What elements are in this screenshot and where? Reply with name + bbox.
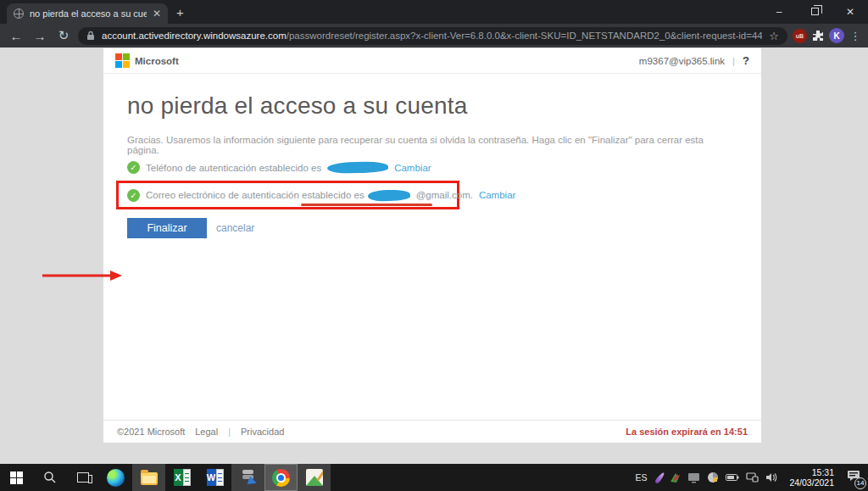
address-bar[interactable]: account.activedirectory.windowsazure.com… — [78, 27, 787, 45]
change-phone-link[interactable]: Cambiar — [394, 163, 431, 173]
chrome-icon — [272, 469, 290, 487]
action-center-button[interactable]: 14 — [847, 470, 861, 486]
footer-separator: | — [228, 427, 231, 437]
copyright-text: ©2021 Microsoft — [117, 427, 185, 437]
privacy-link[interactable]: Privacidad — [241, 427, 284, 437]
window-controls: – ✕ — [761, 0, 868, 24]
taskbar-word[interactable]: W — [198, 464, 231, 491]
browser-toolbar: ← → ↻ account.activedirectory.windowsazu… — [0, 24, 868, 47]
speaker-tray-icon[interactable] — [765, 472, 778, 483]
url-domain: account.activedirectory.windowsazure.com — [102, 31, 287, 41]
taskbar-sql-app[interactable] — [231, 464, 264, 491]
restore-button[interactable] — [797, 6, 832, 18]
browser-tab[interactable]: no pierda el acceso a su cuenta ✕ — [7, 3, 168, 24]
taskbar-photo-app[interactable] — [298, 464, 331, 491]
header-separator: | — [732, 56, 735, 66]
battery-tray-icon[interactable] — [726, 473, 739, 482]
page-title: no pierda el acceso a su cuenta — [127, 92, 468, 120]
restore-icon — [811, 8, 819, 15]
task-view-button[interactable] — [66, 464, 99, 491]
email-status-text: Correo electrónico de autenticación esta… — [146, 190, 364, 200]
card-header: Microsoft m9367@vip365.link | ? — [103, 48, 761, 74]
search-button[interactable] — [33, 464, 66, 491]
file-explorer-icon — [141, 472, 158, 485]
server-app-icon — [241, 470, 256, 485]
intro-text: Gracias. Usaremos la información siguien… — [127, 135, 721, 155]
red-annotation-box: ✓ Correo electrónico de autenticación es… — [116, 181, 459, 209]
url-path: /passwordreset/register.aspx?x-client-Ve… — [287, 31, 763, 41]
search-icon — [43, 471, 57, 484]
finish-button[interactable]: Finalizar — [127, 218, 207, 238]
pen-tray-icon[interactable] — [654, 471, 665, 484]
tab-title: no pierda el acceso a su cuenta — [30, 8, 147, 19]
excel-icon: X — [174, 469, 191, 486]
ublock-extension-icon[interactable]: uB — [793, 29, 807, 43]
clock-date: 24/03/2021 — [789, 477, 834, 488]
windows-taskbar: X W ES 15:31 24/03/2021 14 — [0, 464, 868, 491]
brand-name: Microsoft — [135, 56, 179, 66]
start-button[interactable] — [0, 464, 33, 491]
microsoft-logo-icon — [115, 53, 130, 68]
legal-link[interactable]: Legal — [195, 427, 218, 437]
red-underline-annotation — [301, 204, 432, 206]
email-status-line: ✓ Correo electrónico de autenticación es… — [127, 189, 515, 202]
app-tray-icon[interactable] — [669, 471, 681, 483]
browser-titlebar: no pierda el acceso a su cuenta ✕ + – ✕ — [0, 0, 868, 24]
taskbar-chrome[interactable] — [264, 464, 298, 491]
extensions-puzzle-icon[interactable] — [812, 30, 824, 42]
edge-icon — [107, 469, 125, 487]
taskbar-tray-area: ES 15:31 24/03/2021 14 — [635, 464, 868, 491]
page-viewport: Microsoft m9367@vip365.link | ? no pierd… — [0, 47, 868, 464]
help-button[interactable]: ? — [743, 54, 749, 67]
reload-button[interactable]: ↻ — [54, 28, 73, 43]
content-card: Microsoft m9367@vip365.link | ? no pierd… — [103, 48, 761, 443]
new-tab-button[interactable]: + — [176, 5, 184, 20]
session-expiry-text: La sesión expirará en 14:51 — [626, 427, 748, 437]
change-email-link[interactable]: Cambiar — [479, 190, 515, 200]
taskbar-file-explorer[interactable] — [132, 464, 165, 491]
url-text: account.activedirectory.windowsazure.com… — [102, 31, 762, 41]
phone-status-line: ✓ Teléfono de autenticación establecido … — [127, 161, 431, 174]
globe-favicon-icon — [14, 8, 24, 19]
disk-usage-tray-icon[interactable] — [707, 471, 719, 483]
language-indicator[interactable]: ES — [635, 472, 647, 483]
back-button[interactable]: ← — [7, 29, 25, 43]
red-arrow-annotation — [42, 270, 123, 282]
monitor-tray-icon[interactable] — [687, 472, 700, 483]
taskbar-edge[interactable] — [99, 464, 132, 491]
bookmark-star-icon[interactable]: ☆ — [769, 30, 779, 42]
email-redaction-scribble — [368, 189, 410, 201]
taskbar-clock[interactable]: 15:31 24/03/2021 — [789, 467, 834, 488]
notification-count-badge: 14 — [854, 477, 866, 489]
check-icon: ✓ — [127, 161, 140, 174]
task-view-icon — [77, 472, 89, 483]
word-icon: W — [207, 469, 224, 486]
account-email: m9367@vip365.link — [639, 56, 725, 66]
close-window-button[interactable]: ✕ — [832, 6, 868, 18]
network-tray-icon[interactable] — [746, 472, 759, 483]
phone-status-text: Teléfono de autenticación establecido es — [146, 163, 321, 173]
windows-logo-icon — [10, 471, 23, 484]
clock-time: 15:31 — [789, 467, 834, 477]
photo-editor-icon — [306, 469, 323, 486]
cancel-link[interactable]: cancelar — [216, 222, 254, 234]
profile-avatar[interactable]: K — [829, 28, 844, 43]
minimize-button[interactable]: – — [761, 6, 797, 18]
lock-icon — [86, 31, 95, 41]
system-tray — [658, 471, 778, 484]
taskbar-excel[interactable]: X — [165, 464, 198, 491]
check-icon: ✓ — [127, 189, 140, 202]
forward-button[interactable]: → — [31, 29, 49, 43]
phone-redaction-scribble — [327, 161, 388, 173]
tab-close-icon[interactable]: ✕ — [153, 8, 161, 20]
email-domain-suffix: @gmail.com. — [416, 190, 473, 200]
browser-menu-icon[interactable]: ⋮ — [849, 30, 861, 42]
page-footer: ©2021 Microsoft Legal | Privacidad La se… — [103, 420, 761, 443]
